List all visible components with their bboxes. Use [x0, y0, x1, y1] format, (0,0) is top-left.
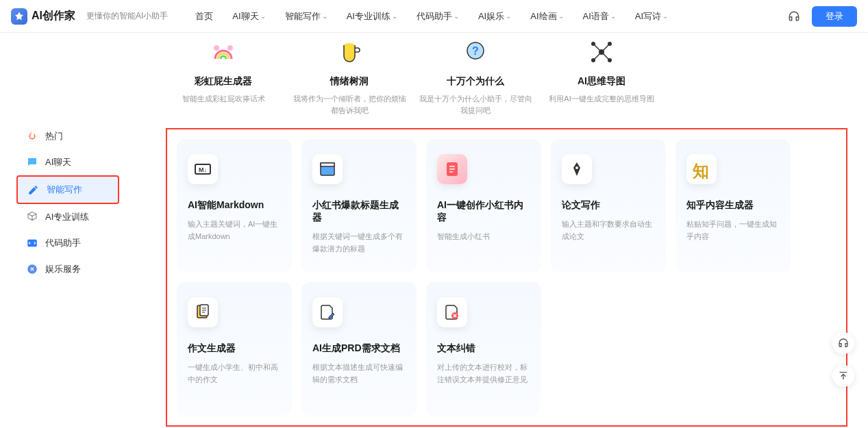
card-title: 情绪树洞 [292, 75, 407, 88]
note-red-icon [437, 154, 467, 184]
sidebar-item-cube[interactable]: AI专业训练 [16, 204, 119, 230]
card-title: 文本纠错 [437, 342, 530, 355]
card-desc: 智能生成小红书 [437, 231, 530, 243]
headset-icon[interactable] [787, 10, 801, 23]
top-card-2[interactable]: ? 十万个为什么 我是十万个为什么小助手，尽管向我提问吧 [418, 38, 533, 116]
card-title: AI生成PRD需求文档 [312, 342, 406, 355]
card-desc: 我是十万个为什么小助手，尽管向我提问吧 [418, 93, 533, 116]
sidebar-item-label: 娱乐服务 [45, 263, 81, 275]
markdown-icon: M↓ [188, 154, 218, 184]
doc-edit-icon [312, 297, 343, 327]
sidebar: 热门AI聊天智能写作AI专业训练代码助手娱乐服务 [0, 115, 145, 428]
svg-point-3 [227, 45, 233, 51]
card-title: 小红书爆款标题生成器 [312, 199, 406, 224]
chevron-down-icon: ⌄ [322, 12, 327, 20]
tagline: 更懂你的智能AI小助手 [86, 10, 168, 22]
card-desc: 根据文本描述生成可快速编辑的需求文档 [312, 362, 406, 386]
sidebar-item-code[interactable]: 代码助手 [16, 230, 119, 256]
tool-card-6[interactable]: AI生成PRD需求文档 根据文本描述生成可快速编辑的需求文档 [301, 282, 417, 416]
tool-card-4[interactable]: 知 知乎内容生成器 粘贴知乎问题，一键生成知乎内容 [675, 139, 791, 273]
highlighted-section: M↓ AI智能Markdown 输入主题关键词，AI一键生成Markdown 小… [166, 128, 847, 427]
card-title: 作文生成器 [188, 342, 281, 355]
sidebar-item-label: 热门 [45, 130, 63, 142]
svg-text:?: ? [472, 45, 479, 57]
tool-card-7[interactable]: 文本纠错 对上传的文本进行校对，标注错误文本并提供修正意见 [426, 282, 541, 416]
login-button[interactable]: 登录 [812, 6, 857, 27]
tool-card-0[interactable]: M↓ AI智能Markdown 输入主题关键词，AI一键生成Markdown [177, 139, 292, 273]
chevron-down-icon: ⌄ [610, 12, 616, 20]
chevron-down-icon: ⌄ [506, 12, 511, 20]
float-buttons [832, 332, 854, 387]
tool-card-2[interactable]: AI一键创作小红书内容 智能生成小红书 [426, 139, 541, 273]
chevron-down-icon: ⌄ [454, 12, 459, 20]
pen-icon [562, 154, 592, 184]
card-grid: M↓ AI智能Markdown 输入主题关键词，AI一键生成Markdown 小… [177, 139, 836, 416]
back-to-top-button[interactable] [832, 365, 854, 387]
chevron-down-icon: ⌄ [392, 12, 397, 20]
sidebar-item-chat[interactable]: AI聊天 [16, 149, 119, 175]
card-title: 十万个为什么 [418, 75, 533, 88]
card-title: 论文写作 [562, 199, 655, 212]
window-icon [312, 154, 343, 184]
edit-icon [27, 184, 40, 196]
top-card-3[interactable]: AI思维导图 利用AI一键生成完整的思维导图 [544, 38, 659, 116]
card-desc: 一键生成小学生、初中和高中的作文 [188, 362, 281, 386]
card-desc: 智能生成彩虹屁吹捧话术 [166, 93, 281, 105]
card-desc: 根据关键词一键生成多个有爆款潜力的标题 [312, 231, 406, 255]
mindmap-icon [588, 38, 615, 66]
code-icon [26, 237, 38, 249]
sidebar-item-flame[interactable]: 热门 [16, 123, 119, 149]
card-desc: 对上传的文本进行校对，标注错误文本并提供修正意见 [437, 362, 530, 386]
sidebar-item-label: 代码助手 [45, 237, 81, 249]
sidebar-item-edit[interactable]: 智能写作 [16, 175, 119, 204]
rainbow-icon [210, 38, 237, 66]
flame-icon [26, 130, 38, 142]
nav-item-7[interactable]: AI语音⌄ [583, 10, 616, 23]
logo[interactable]: AI创作家 [11, 8, 75, 25]
sidebar-item-label: AI专业训练 [45, 211, 89, 223]
svg-point-2 [214, 45, 219, 51]
nav-item-8[interactable]: AI写诗⌄ [635, 10, 668, 23]
header: AI创作家 更懂你的智能AI小助手 首页AI聊天⌄智能写作⌄AI专业训练⌄代码助… [0, 0, 868, 33]
cube-icon [26, 211, 38, 223]
nav-item-6[interactable]: AI绘画⌄ [530, 10, 563, 23]
top-card-row: 彩虹屁生成器 智能生成彩虹屁吹捧话术 情绪树洞 我将作为一个倾听者，把你的烦恼都… [166, 38, 847, 116]
main-content: 彩虹屁生成器 智能生成彩虹屁吹捧话术 情绪树洞 我将作为一个倾听者，把你的烦恼都… [145, 33, 868, 428]
doc-orange-icon [188, 297, 218, 327]
card-desc: 我将作为一个倾听者，把你的烦恼都告诉我吧 [292, 93, 407, 116]
card-title: AI一键创作小红书内容 [437, 199, 530, 224]
card-desc: 利用AI一键生成完整的思维导图 [544, 93, 659, 105]
nav-item-4[interactable]: 代码助手⌄ [417, 10, 459, 23]
svg-text:M↓: M↓ [199, 166, 207, 173]
cup-icon [336, 38, 363, 66]
sidebar-item-game[interactable]: 娱乐服务 [16, 256, 119, 282]
logo-text: AI创作家 [32, 9, 75, 23]
nav-item-0[interactable]: 首页 [195, 10, 213, 23]
nav-item-1[interactable]: AI聊天⌄ [232, 10, 265, 23]
card-title: AI智能Markdown [188, 199, 281, 212]
logo-icon [11, 8, 27, 25]
card-desc: 粘贴知乎问题，一键生成知乎内容 [686, 218, 780, 242]
card-title: 彩虹屁生成器 [166, 75, 281, 88]
game-icon [26, 263, 38, 275]
main-nav: 首页AI聊天⌄智能写作⌄AI专业训练⌄代码助手⌄AI娱乐⌄AI绘画⌄AI语音⌄A… [195, 10, 787, 23]
support-button[interactable] [832, 332, 854, 354]
doc-error-icon [437, 297, 467, 327]
zhi-icon: 知 [686, 154, 717, 184]
tool-card-1[interactable]: 小红书爆款标题生成器 根据关键词一键生成多个有爆款潜力的标题 [301, 139, 417, 273]
tool-card-3[interactable]: 论文写作 输入主题和字数要求自动生成论文 [551, 139, 666, 273]
card-desc: 输入主题关键词，AI一键生成Markdown [188, 218, 281, 242]
nav-item-5[interactable]: AI娱乐⌄ [478, 10, 511, 23]
sidebar-item-label: 智能写作 [47, 184, 82, 196]
card-desc: 输入主题和字数要求自动生成论文 [562, 218, 655, 242]
chevron-down-icon: ⌄ [662, 12, 668, 20]
svg-point-17 [575, 166, 578, 169]
nav-item-3[interactable]: AI专业训练⌄ [347, 10, 397, 23]
tool-card-5[interactable]: 作文生成器 一键生成小学生、初中和高中的作文 [177, 282, 292, 416]
svg-rect-15 [321, 163, 334, 166]
nav-item-2[interactable]: 智能写作⌄ [285, 10, 327, 23]
chevron-down-icon: ⌄ [260, 12, 266, 20]
top-card-1[interactable]: 情绪树洞 我将作为一个倾听者，把你的烦恼都告诉我吧 [292, 38, 407, 116]
question-icon: ? [462, 38, 489, 66]
top-card-0[interactable]: 彩虹屁生成器 智能生成彩虹屁吹捧话术 [166, 38, 281, 116]
